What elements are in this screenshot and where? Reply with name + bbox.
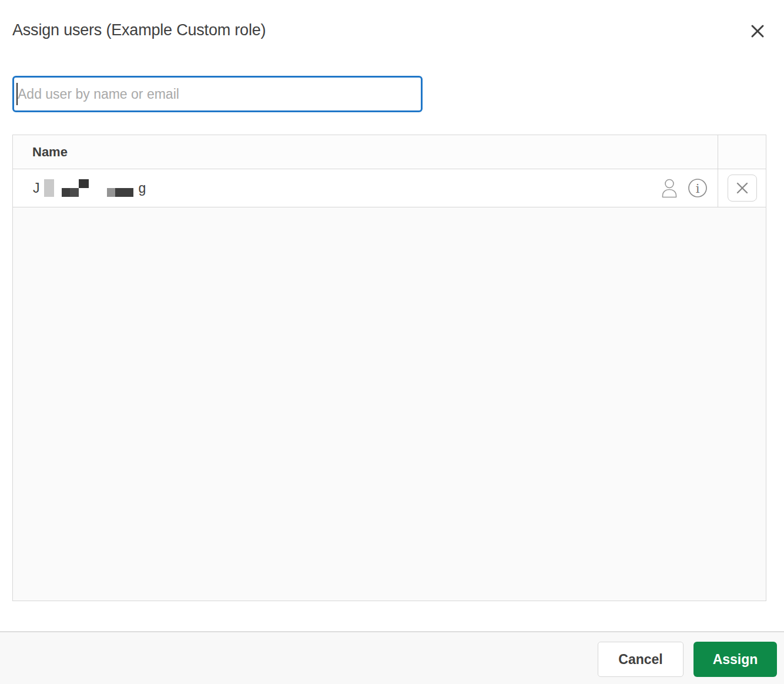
- dialog-title: Assign users (Example Custom role): [12, 21, 266, 39]
- user-name-cell: J g i: [13, 169, 718, 207]
- dialog-footer: Cancel Assign: [0, 631, 784, 684]
- redacted-block: [107, 188, 133, 197]
- column-header-name: Name: [13, 135, 718, 169]
- user-name-fragment-first: J: [33, 180, 40, 196]
- redacted-block: [62, 179, 89, 197]
- add-user-input[interactable]: [12, 76, 423, 112]
- table-header-row: Name: [13, 135, 766, 169]
- remove-user-button[interactable]: [728, 175, 757, 202]
- user-row-action-cell: [718, 169, 766, 207]
- assign-users-dialog: Assign users (Example Custom role) Name …: [0, 0, 784, 684]
- info-button[interactable]: i: [687, 177, 708, 199]
- user-row-icons: i: [661, 177, 718, 199]
- assign-button[interactable]: Assign: [693, 642, 777, 677]
- close-icon: [749, 22, 766, 40]
- cancel-button[interactable]: Cancel: [598, 642, 684, 677]
- x-icon: [736, 182, 749, 195]
- close-button[interactable]: [748, 21, 768, 41]
- user-icon: [661, 178, 678, 198]
- user-name-fragment-last: g: [139, 180, 146, 196]
- user-row: J g i: [13, 169, 766, 207]
- redacted-block: [44, 179, 54, 197]
- svg-text:i: i: [696, 182, 700, 196]
- table-empty-area: [13, 207, 766, 601]
- add-user-input-wrap: [12, 76, 423, 112]
- column-header-actions: [718, 135, 766, 169]
- info-icon: i: [687, 177, 708, 199]
- users-table: Name J g: [12, 135, 766, 601]
- text-cursor: [16, 83, 18, 105]
